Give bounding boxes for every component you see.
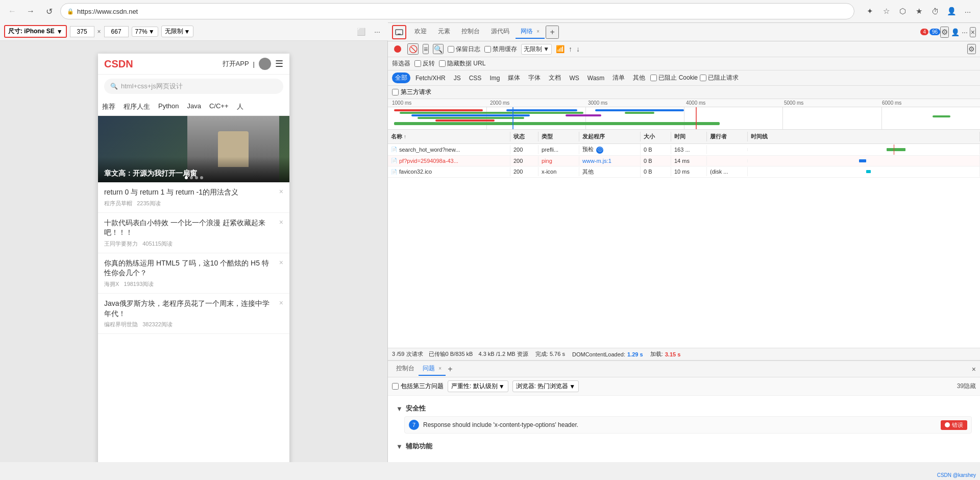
more-button[interactable]: ··· — [371, 25, 384, 38]
devtools-person-button[interactable]: 👤 — [951, 28, 960, 36]
col-type[interactable]: 类型 — [538, 132, 579, 141]
settings-button[interactable]: ··· — [961, 4, 975, 18]
tab-network-close[interactable]: × — [536, 29, 540, 34]
open-app-text[interactable]: 打开APP — [223, 59, 249, 68]
bottom-tab-console[interactable]: 控制台 — [392, 362, 419, 376]
address-bar[interactable]: 🔒 https://www.csdn.net — [60, 3, 854, 19]
collections-button[interactable]: ★ — [912, 4, 926, 18]
article-1[interactable]: 十款代码表白小特效 一个比一个浪漫 赶紧收藏起来吧！！！ 王同学要努力 4051… — [98, 213, 289, 253]
menu-icon[interactable]: ☰ — [275, 58, 283, 69]
devtools-more-button[interactable]: ··· — [962, 28, 968, 36]
height-input[interactable] — [104, 26, 129, 37]
blocked-cookies-checkbox[interactable]: 已阻止 Cookie — [650, 74, 698, 82]
nav-more[interactable]: 人 — [237, 100, 243, 113]
bottom-tab-issues[interactable]: 问题 × — [419, 362, 446, 376]
devtools-settings-button[interactable]: ⚙ — [940, 27, 949, 38]
article-3[interactable]: Java俄罗斯方块，老程序员花了一个周末，连接中学年代！ 编程界明世隐 3823… — [98, 294, 289, 334]
col-initiator[interactable]: 发起程序 — [579, 132, 641, 141]
filter-button[interactable]: ≡ — [423, 44, 429, 54]
hide-data-url-checkbox[interactable]: 隐藏数据 URL — [439, 59, 485, 68]
tab-welcome[interactable]: 欢迎 — [409, 25, 432, 39]
article-2-close[interactable]: × — [279, 258, 283, 267]
article-2[interactable]: 你真的熟练运用 HTML5 了吗，这10 个酷炫的 H5 特性你会几个？ 海拥X… — [98, 253, 289, 294]
filter-css[interactable]: CSS — [466, 74, 485, 83]
copilot-button[interactable]: ✦ — [863, 4, 877, 18]
tab-console[interactable]: 控制台 — [456, 25, 485, 39]
filter-font[interactable]: 字体 — [525, 73, 544, 83]
issue-item-0[interactable]: 7 Response should include 'x-content-typ… — [404, 416, 972, 434]
blocked-cookies-input[interactable] — [650, 75, 657, 81]
col-timeline[interactable]: 时间线 — [748, 132, 980, 141]
device-selector[interactable]: 尺寸: iPhone SE ▼ — [4, 25, 67, 38]
tab-elements[interactable]: 元素 — [433, 25, 455, 39]
table-row[interactable]: 📄 favicon32.ico 200 x-icon 其他 0 B 10 ms … — [388, 166, 980, 178]
third-party-checkbox[interactable]: 第三方请求 — [392, 88, 431, 97]
accessibility-section-header[interactable]: ▼ 辅助功能 — [396, 442, 972, 451]
security-section-header[interactable]: ▼ 安全性 — [396, 404, 972, 413]
nav-程序人生[interactable]: 程序人生 — [124, 100, 150, 113]
article-0-close[interactable]: × — [279, 187, 283, 196]
mobile-frame[interactable]: CSDN 打开APP | ☰ 🔍 html+css+js网页设计 推荐 — [98, 54, 289, 462]
col-size[interactable]: 大小 — [641, 132, 671, 141]
favorites-button[interactable]: ☆ — [879, 4, 893, 18]
bottom-panel-close[interactable]: × — [972, 365, 976, 373]
devtools-close-button[interactable]: × — [970, 27, 976, 37]
preserve-log-checkbox[interactable]: 保留日志 — [448, 45, 480, 54]
filter-fetch-xhr[interactable]: Fetch/XHR — [412, 74, 449, 83]
tab-network[interactable]: 网络 × — [516, 25, 545, 39]
filter-other[interactable]: 其他 — [630, 73, 648, 83]
nav-Python[interactable]: Python — [158, 100, 179, 113]
throttle-selector[interactable]: 无限制 ▼ — [521, 44, 552, 55]
history-button[interactable]: ⏱ — [928, 4, 942, 18]
hide-data-url-input[interactable] — [439, 60, 446, 67]
col-runner[interactable]: 履行者 — [707, 132, 748, 141]
filter-wasm[interactable]: Wasm — [584, 74, 608, 83]
filter-img[interactable]: Img — [486, 74, 503, 83]
blocked-requests-checkbox[interactable]: 已阻止请求 — [700, 74, 739, 82]
filter-manifest[interactable]: 清单 — [609, 73, 628, 83]
initiator-link-1[interactable]: www-m.js:1 — [582, 158, 611, 164]
disable-cache-input[interactable] — [484, 46, 491, 53]
bottom-tab-issues-close[interactable]: × — [438, 366, 442, 371]
col-name[interactable]: 名称 ↑ — [388, 132, 510, 141]
forward-button[interactable]: → — [23, 4, 38, 18]
nav-推荐[interactable]: 推荐 — [102, 100, 115, 113]
network-settings-button[interactable]: ⚙ — [967, 44, 976, 54]
nav-C/C++[interactable]: C/C++ — [209, 100, 229, 113]
reverse-checkbox[interactable]: 反转 — [414, 59, 435, 68]
refresh-button[interactable]: ↺ — [42, 4, 56, 18]
search-button[interactable]: 🔍 — [433, 44, 444, 54]
responsive-toggle-button[interactable] — [392, 25, 406, 39]
add-tab-button[interactable]: + — [546, 26, 559, 39]
clear-button[interactable]: 🚫 — [407, 43, 419, 55]
filter-js[interactable]: JS — [451, 74, 464, 83]
filter-doc[interactable]: 文档 — [546, 73, 564, 83]
csdn-search[interactable]: 🔍 html+css+js网页设计 — [104, 79, 283, 94]
filter-all[interactable]: 全部 — [392, 73, 410, 83]
nav-Java[interactable]: Java — [187, 100, 201, 113]
width-input[interactable] — [70, 26, 94, 37]
article-0[interactable]: return 0 与 return 1 与 return -1的用法含义 程序员… — [98, 182, 289, 213]
tab-sources[interactable]: 源代码 — [486, 25, 514, 39]
limit-selector[interactable]: 无限制 ▼ — [161, 26, 194, 37]
article-1-close[interactable]: × — [279, 218, 283, 226]
bottom-tab-add[interactable]: + — [448, 365, 452, 374]
col-time[interactable]: 时间 — [671, 132, 707, 141]
third-party-issues-input[interactable] — [392, 383, 399, 390]
profile-button[interactable]: 👤 — [944, 4, 959, 18]
browser-selector[interactable]: 浏览器: 热门浏览器 ▼ — [512, 380, 579, 392]
reverse-input[interactable] — [414, 60, 421, 67]
capture-button[interactable]: ⬜ — [354, 25, 368, 38]
third-party-issues-checkbox[interactable]: 包括第三方问题 — [392, 382, 444, 391]
record-button[interactable] — [392, 43, 403, 55]
blocked-requests-input[interactable] — [700, 75, 706, 81]
table-row[interactable]: 📄 pf?pvid=2594098a-43... 200 ping www-m.… — [388, 156, 980, 166]
severity-selector[interactable]: 严重性: 默认级别 ▼ — [448, 380, 508, 392]
third-party-input[interactable] — [392, 89, 399, 95]
back-button[interactable]: ← — [5, 4, 19, 18]
filter-media[interactable]: 媒体 — [505, 73, 523, 83]
filter-ws[interactable]: WS — [566, 74, 582, 83]
col-status[interactable]: 状态 — [510, 132, 538, 141]
table-row[interactable]: 📄 search_hot_word?new... 200 prefli... 预… — [388, 144, 980, 156]
article-3-close[interactable]: × — [279, 299, 283, 307]
